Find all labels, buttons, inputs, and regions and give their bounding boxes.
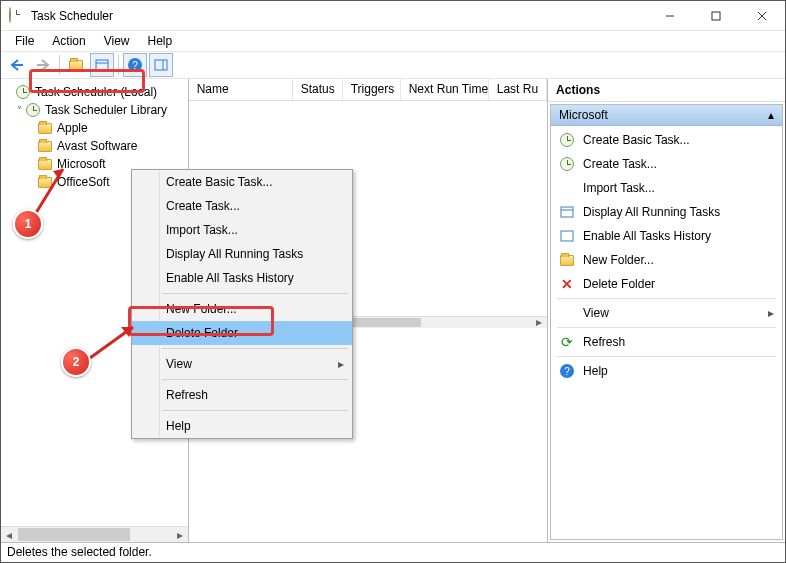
window-title: Task Scheduler xyxy=(31,9,647,23)
annotation-badge-1: 1 xyxy=(13,209,43,239)
actions-panel: Actions Microsoft ▴ Create Basic Task...… xyxy=(548,79,785,542)
ctx-refresh[interactable]: Refresh xyxy=(132,383,352,407)
menu-action[interactable]: Action xyxy=(44,32,93,50)
toolbar-view-button[interactable] xyxy=(90,53,114,77)
menu-help[interactable]: Help xyxy=(140,32,181,50)
actions-header-label: Microsoft xyxy=(559,108,608,122)
annotation-badge-2: 2 xyxy=(61,347,91,377)
maximize-button[interactable] xyxy=(693,1,739,31)
action-create-basic-task[interactable]: Create Basic Task... xyxy=(551,128,782,152)
action-label: New Folder... xyxy=(583,253,654,267)
scroll-thumb[interactable] xyxy=(18,528,130,541)
menubar: File Action View Help xyxy=(1,31,785,51)
col-name[interactable]: Name xyxy=(189,79,293,100)
menu-view[interactable]: View xyxy=(96,32,138,50)
col-triggers[interactable]: Triggers xyxy=(343,79,401,100)
ctx-create-task[interactable]: Create Task... xyxy=(132,194,352,218)
ctx-import-task[interactable]: Import Task... xyxy=(132,218,352,242)
badge-label: 2 xyxy=(73,355,80,369)
context-menu: Create Basic Task... Create Task... Impo… xyxy=(131,169,353,439)
menu-file[interactable]: File xyxy=(7,32,42,50)
ctx-delete-folder[interactable]: Delete Folder xyxy=(132,321,352,345)
back-button[interactable] xyxy=(5,53,29,77)
ctx-display-running[interactable]: Display All Running Tasks xyxy=(132,242,352,266)
status-text: Deletes the selected folder. xyxy=(7,545,152,559)
tree-item-apple[interactable]: Apple xyxy=(3,119,186,137)
app-icon xyxy=(9,8,25,24)
main: Task Scheduler (Local) ˅ Task Scheduler … xyxy=(1,79,785,542)
actions-separator xyxy=(557,356,776,357)
action-refresh[interactable]: ⟳Refresh xyxy=(551,330,782,354)
svg-rect-10 xyxy=(561,231,573,241)
tree-root[interactable]: Task Scheduler (Local) xyxy=(3,83,186,101)
action-label: Import Task... xyxy=(583,181,655,195)
collapse-icon[interactable]: ▴ xyxy=(768,108,774,122)
action-display-running[interactable]: Display All Running Tasks xyxy=(551,200,782,224)
refresh-icon: ⟳ xyxy=(559,334,575,350)
wizard-icon xyxy=(559,132,575,148)
actions-header[interactable]: Microsoft ▴ xyxy=(551,105,782,126)
delete-icon: ✕ xyxy=(559,276,575,292)
ctx-label: Import Task... xyxy=(166,223,238,237)
toolbar-pane-button[interactable] xyxy=(149,53,173,77)
up-button[interactable] xyxy=(64,53,88,77)
actions-separator xyxy=(557,298,776,299)
col-status[interactable]: Status xyxy=(293,79,343,100)
clock-icon xyxy=(25,102,41,118)
ctx-view[interactable]: View xyxy=(132,352,352,376)
action-view[interactable]: View xyxy=(551,301,782,325)
import-icon xyxy=(559,180,575,196)
minimize-button[interactable] xyxy=(647,1,693,31)
svg-rect-4 xyxy=(96,60,108,70)
ctx-label: Create Task... xyxy=(166,199,240,213)
collapse-icon[interactable]: ˅ xyxy=(13,105,25,116)
ctx-label: Enable All Tasks History xyxy=(166,271,294,285)
col-lastrun[interactable]: Last Ru xyxy=(489,79,547,100)
action-enable-history[interactable]: Enable All Tasks History xyxy=(551,224,782,248)
help-icon: ? xyxy=(559,363,575,379)
actions-separator xyxy=(557,327,776,328)
ctx-help[interactable]: Help xyxy=(132,414,352,438)
close-button[interactable] xyxy=(739,1,785,31)
blank-icon xyxy=(559,305,575,321)
ctx-label: Help xyxy=(166,419,191,433)
action-import-task[interactable]: Import Task... xyxy=(551,176,782,200)
action-delete-folder[interactable]: ✕Delete Folder xyxy=(551,272,782,296)
actions-title: Actions xyxy=(548,79,785,102)
folder-icon xyxy=(559,252,575,268)
ctx-enable-history[interactable]: Enable All Tasks History xyxy=(132,266,352,290)
ctx-label: New Folder... xyxy=(166,302,237,316)
action-help[interactable]: ?Help xyxy=(551,359,782,383)
action-label: Enable All Tasks History xyxy=(583,229,711,243)
history-icon xyxy=(559,228,575,244)
tree-item-label: Avast Software xyxy=(57,139,137,153)
forward-button[interactable] xyxy=(31,53,55,77)
ctx-label: Display All Running Tasks xyxy=(166,247,303,261)
scroll-right-icon[interactable]: ▸ xyxy=(531,317,547,328)
col-nextrun[interactable]: Next Run Time xyxy=(401,79,489,100)
scroll-right-icon[interactable]: ▸ xyxy=(172,527,188,542)
action-new-folder[interactable]: New Folder... xyxy=(551,248,782,272)
svg-rect-6 xyxy=(155,60,167,70)
toolbar-separator xyxy=(118,55,119,75)
status-bar: Deletes the selected folder. xyxy=(1,542,785,562)
ctx-separator xyxy=(162,293,348,294)
toolbar: ? xyxy=(1,51,785,79)
action-label: View xyxy=(583,306,609,320)
ctx-separator xyxy=(162,348,348,349)
action-create-task[interactable]: Create Task... xyxy=(551,152,782,176)
titlebar: Task Scheduler xyxy=(1,1,785,31)
task-icon xyxy=(559,156,575,172)
ctx-new-folder[interactable]: New Folder... xyxy=(132,297,352,321)
ctx-label: Refresh xyxy=(166,388,208,402)
ctx-label: View xyxy=(166,357,192,371)
tree-scrollbar[interactable]: ◂ ▸ xyxy=(1,526,188,542)
ctx-create-basic-task[interactable]: Create Basic Task... xyxy=(132,170,352,194)
action-label: Help xyxy=(583,364,608,378)
tree-item-avast[interactable]: Avast Software xyxy=(3,137,186,155)
clock-icon xyxy=(15,84,31,100)
ctx-label: Create Basic Task... xyxy=(166,175,273,189)
help-button[interactable]: ? xyxy=(123,53,147,77)
tree-library[interactable]: ˅ Task Scheduler Library xyxy=(3,101,186,119)
scroll-left-icon[interactable]: ◂ xyxy=(1,527,17,542)
